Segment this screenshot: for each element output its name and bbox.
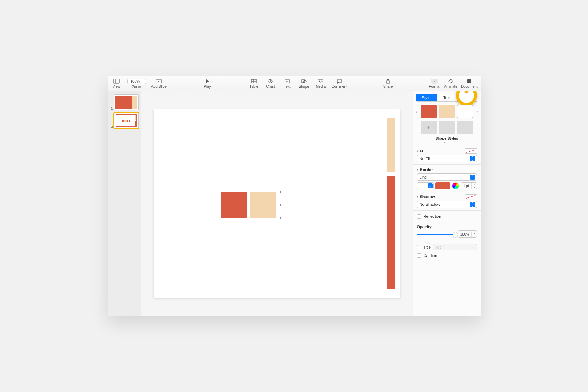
sidebar-icon xyxy=(113,79,120,84)
svg-marker-17 xyxy=(449,79,453,83)
share-button[interactable]: Share xyxy=(382,79,394,89)
shape-button[interactable]: Shape xyxy=(298,79,310,89)
styles-next-button[interactable]: › xyxy=(475,110,479,114)
svg-point-13 xyxy=(303,80,306,83)
add-slide-button[interactable]: Add Slide xyxy=(151,79,167,89)
format-inspector: Style Text Arrange ‹ › + xyxy=(413,91,481,316)
step-down[interactable]: ▾ xyxy=(472,186,477,189)
style-swatch-peach[interactable] xyxy=(439,105,455,118)
thumb-sidebar xyxy=(132,96,137,109)
canvas-area[interactable] xyxy=(141,91,413,316)
shadow-value: No Shadow xyxy=(420,202,440,207)
styles-prev-button[interactable]: ‹ xyxy=(415,110,418,114)
border-line-style[interactable]: ⌄ xyxy=(417,182,434,189)
comment-label: Comment xyxy=(331,85,347,89)
comment-button[interactable]: Comment xyxy=(331,79,347,89)
border-type-dropdown[interactable]: Line ⌃⌄ xyxy=(417,173,477,181)
thumb-bar xyxy=(135,121,136,126)
chart-icon xyxy=(267,79,274,84)
chart-button[interactable]: Chart xyxy=(265,79,276,89)
slide-thumbnail-1[interactable] xyxy=(114,94,139,110)
tab-text[interactable]: Text xyxy=(437,94,457,101)
resize-handle[interactable] xyxy=(278,191,281,193)
resize-handle[interactable] xyxy=(291,217,293,219)
view-button[interactable]: View xyxy=(111,79,122,89)
slide-canvas[interactable] xyxy=(154,109,400,298)
format-label: Format xyxy=(429,85,440,89)
opacity-section: Opacity 100% ▴▾ xyxy=(413,222,481,240)
style-swatch-outline[interactable] xyxy=(457,105,473,118)
style-swatch-empty[interactable] xyxy=(457,121,473,134)
opacity-label: Opacity xyxy=(417,225,477,229)
opacity-stepper[interactable]: 100% ▴▾ xyxy=(458,230,477,238)
animate-label: Animate xyxy=(444,85,457,89)
resize-handle[interactable] xyxy=(304,191,306,193)
style-swatch-add[interactable]: + xyxy=(421,121,437,134)
title-checkbox[interactable] xyxy=(417,245,421,249)
resize-handle[interactable] xyxy=(278,204,281,206)
thumbnail-row[interactable]: 2 xyxy=(110,113,139,128)
shape-square-peach[interactable] xyxy=(250,192,276,218)
fill-section: Fill No Fill ⌃⌄ xyxy=(413,146,481,164)
step-up[interactable]: ▴ xyxy=(472,232,477,234)
resize-handle[interactable] xyxy=(278,217,281,219)
fill-title[interactable]: Fill xyxy=(417,149,426,153)
border-preview[interactable] xyxy=(465,167,477,172)
shadow-title[interactable]: Shadow xyxy=(417,195,435,199)
shadow-dropdown[interactable]: No Shadow ⌃⌄ xyxy=(417,201,477,208)
reflection-checkbox[interactable] xyxy=(417,214,421,219)
tab-style[interactable]: Style xyxy=(416,94,437,101)
caption-checkbox[interactable] xyxy=(417,253,421,258)
shape-label: Shape xyxy=(299,85,309,89)
text-button[interactable]: A Text xyxy=(281,79,293,89)
caption-label: Caption xyxy=(424,253,437,258)
dropdown-arrow-icon: ⌃⌄ xyxy=(470,175,475,180)
thumbnail-row[interactable]: 1 xyxy=(110,94,139,110)
border-title[interactable]: Border xyxy=(417,167,433,172)
svg-rect-14 xyxy=(318,80,323,83)
style-swatch-empty[interactable] xyxy=(439,121,455,134)
step-down[interactable]: ▾ xyxy=(472,234,477,237)
plus-slide-icon xyxy=(155,79,162,84)
paintbrush-icon xyxy=(431,79,438,84)
color-picker-button[interactable] xyxy=(452,182,459,189)
text-icon: A xyxy=(284,79,290,84)
dropdown-arrow-icon: ⌃⌄ xyxy=(470,156,475,161)
view-label: View xyxy=(113,85,121,89)
zoom-value: 100% xyxy=(131,79,140,83)
document-label: Document xyxy=(461,85,478,89)
svg-rect-0 xyxy=(114,79,119,83)
title-position-dropdown[interactable]: Top xyxy=(433,244,477,250)
animate-icon xyxy=(447,79,454,84)
fill-dropdown[interactable]: No Fill ⌃⌄ xyxy=(417,155,477,162)
svg-rect-18 xyxy=(467,79,471,83)
border-width-value: 1 pt xyxy=(461,183,471,189)
resize-handle[interactable] xyxy=(291,191,293,193)
shape-styles-row: ‹ › xyxy=(413,103,481,119)
table-button[interactable]: Table xyxy=(248,79,260,89)
zoom-control[interactable]: 100% Zoom xyxy=(127,79,146,89)
resize-handle[interactable] xyxy=(304,217,306,219)
opacity-slider[interactable] xyxy=(417,234,456,235)
thumb-shape xyxy=(122,120,124,122)
format-button[interactable]: Format xyxy=(429,79,440,89)
thumb-shape xyxy=(124,120,127,122)
animate-button[interactable]: Animate xyxy=(444,79,457,89)
play-button[interactable]: Play xyxy=(201,79,213,89)
slide-thumbnail-2[interactable] xyxy=(114,113,139,128)
resize-handle[interactable] xyxy=(304,204,306,206)
play-icon xyxy=(204,79,211,84)
document-button[interactable]: Document xyxy=(461,79,478,89)
reflection-section: Reflection xyxy=(413,210,481,222)
add-slide-label: Add Slide xyxy=(151,85,167,89)
border-width-stepper[interactable]: 1 pt ▴▾ xyxy=(461,182,477,189)
step-up[interactable]: ▴ xyxy=(472,183,477,186)
zoom-label: Zoom xyxy=(132,85,142,89)
fill-preview[interactable] xyxy=(465,148,477,154)
shape-square-red[interactable] xyxy=(221,192,247,218)
shape-square-selected[interactable] xyxy=(279,192,305,218)
media-button[interactable]: Media xyxy=(315,79,326,89)
border-color-well[interactable] xyxy=(435,182,450,189)
shadow-preview[interactable] xyxy=(465,194,477,199)
style-swatch-red[interactable] xyxy=(421,105,437,118)
